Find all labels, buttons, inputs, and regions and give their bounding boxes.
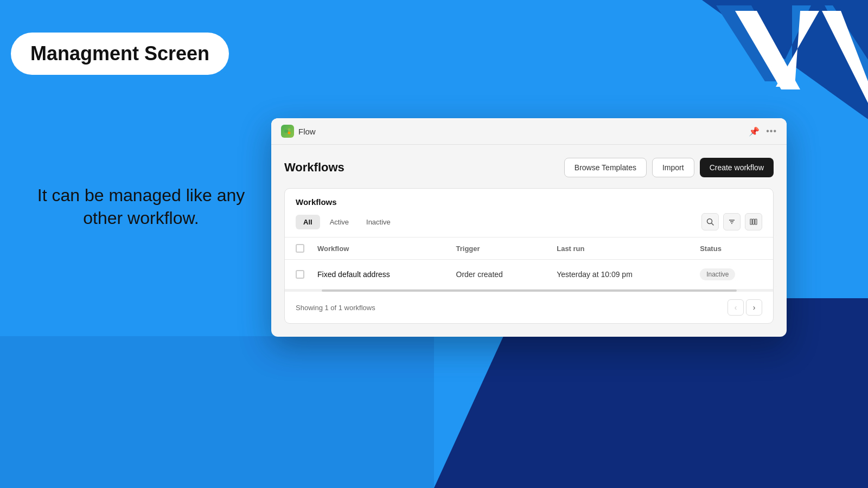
pagination: ‹ › bbox=[727, 299, 762, 316]
flow-app-icon bbox=[281, 125, 294, 138]
col-last-run: Last run bbox=[546, 237, 689, 260]
svg-line-11 bbox=[288, 132, 289, 132]
svg-point-9 bbox=[288, 132, 291, 134]
svg-rect-19 bbox=[755, 219, 757, 224]
next-page-button[interactable]: › bbox=[746, 299, 762, 316]
card-header: Workflows All Active Inactive bbox=[285, 189, 773, 237]
select-all-checkbox[interactable] bbox=[296, 244, 304, 253]
col-workflow: Workflow bbox=[307, 237, 445, 260]
row-trigger: Order created bbox=[445, 260, 546, 290]
title-badge: Managment Screen bbox=[11, 33, 229, 75]
prev-page-button[interactable]: ‹ bbox=[727, 299, 744, 316]
status-badge: Inactive bbox=[700, 268, 735, 280]
table-header-row: Workflow Trigger Last run Status bbox=[285, 237, 773, 260]
workflows-card: Workflows All Active Inactive bbox=[284, 188, 774, 324]
row-last-run: Yesterday at 10:09 pm bbox=[546, 260, 689, 290]
more-options-icon[interactable]: ••• bbox=[766, 126, 777, 136]
workflows-header: Workflows Browse Templates Import Create… bbox=[284, 158, 774, 177]
svg-line-13 bbox=[712, 223, 714, 226]
subtitle-text: It can be managed like any other workflo… bbox=[27, 184, 255, 229]
search-icon-button[interactable] bbox=[701, 213, 719, 230]
col-trigger: Trigger bbox=[445, 237, 546, 260]
svg-point-7 bbox=[284, 130, 288, 133]
row-checkbox[interactable] bbox=[296, 270, 304, 279]
browse-templates-button[interactable]: Browse Templates bbox=[564, 158, 647, 177]
tab-active[interactable]: Active bbox=[322, 215, 356, 229]
import-button[interactable]: Import bbox=[652, 158, 694, 177]
scroll-thumb[interactable] bbox=[322, 290, 737, 292]
titlebar-left: Flow bbox=[281, 125, 316, 138]
pin-icon[interactable]: 📌 bbox=[749, 126, 760, 137]
titlebar-actions: 📌 ••• bbox=[749, 126, 777, 137]
svg-point-8 bbox=[288, 129, 291, 131]
bottom-light-area bbox=[0, 336, 434, 488]
page-title: Managment Screen bbox=[30, 42, 209, 65]
create-workflow-button[interactable]: Create workflow bbox=[700, 158, 774, 177]
showing-count: Showing 1 of 1 workflows bbox=[296, 304, 375, 312]
svg-rect-17 bbox=[750, 219, 752, 224]
filter-tabs-row: All Active Inactive bbox=[296, 213, 762, 230]
row-status: Inactive bbox=[689, 260, 773, 290]
workflows-heading: Workflows bbox=[284, 160, 344, 175]
columns-icon-button[interactable] bbox=[745, 213, 762, 230]
card-title: Workflows bbox=[296, 197, 762, 207]
workflows-table: Workflow Trigger Last run Status Fixed d… bbox=[285, 237, 773, 290]
window-titlebar: Flow 📌 ••• bbox=[271, 118, 787, 145]
svg-line-10 bbox=[288, 130, 289, 131]
filter-icon-button[interactable] bbox=[723, 213, 741, 230]
tab-all[interactable]: All bbox=[296, 215, 320, 229]
v-logo-decoration bbox=[608, 0, 868, 119]
app-window: Flow 📌 ••• Workflows Browse Templates Im… bbox=[271, 118, 787, 337]
header-buttons: Browse Templates Import Create workflow bbox=[564, 158, 774, 177]
col-checkbox bbox=[285, 237, 307, 260]
tabs-group: All Active Inactive bbox=[296, 215, 398, 229]
svg-rect-18 bbox=[753, 219, 755, 224]
tab-inactive[interactable]: Inactive bbox=[359, 215, 398, 229]
window-content: Workflows Browse Templates Import Create… bbox=[271, 145, 787, 337]
subtitle-area: It can be managed like any other workflo… bbox=[27, 184, 255, 229]
scroll-indicator bbox=[285, 290, 773, 292]
card-actions bbox=[701, 213, 762, 230]
card-footer: Showing 1 of 1 workflows ‹ › bbox=[285, 292, 773, 323]
row-checkbox-cell bbox=[285, 260, 307, 290]
app-title: Flow bbox=[298, 127, 316, 136]
table-row: Fixed default address Order created Yest… bbox=[285, 260, 773, 290]
col-status: Status bbox=[689, 237, 773, 260]
row-workflow-name[interactable]: Fixed default address bbox=[307, 260, 445, 290]
